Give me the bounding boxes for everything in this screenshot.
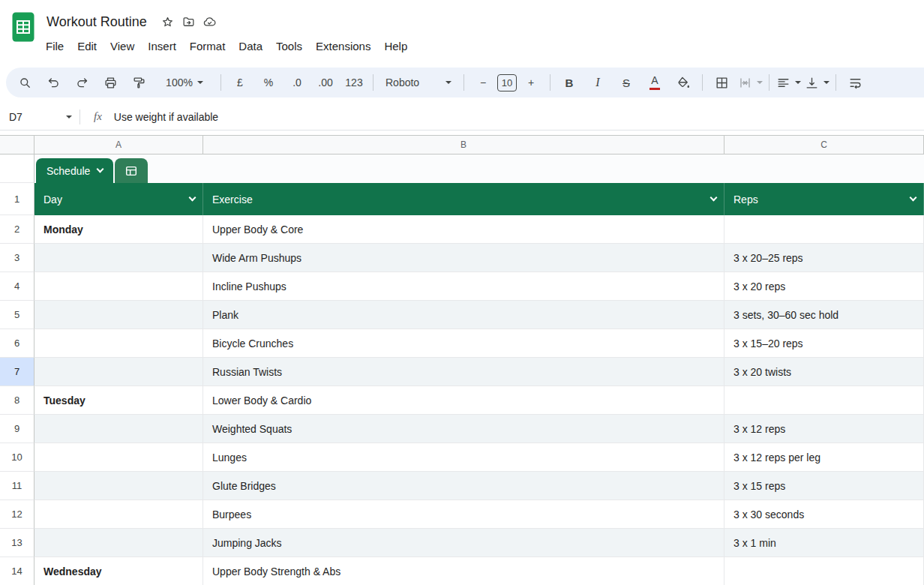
cell-day[interactable] (34, 500, 203, 529)
currency-format-button[interactable]: £ (226, 70, 254, 95)
row-number[interactable]: 3 (0, 244, 34, 272)
cell-reps[interactable]: 3 x 20 reps (724, 272, 924, 301)
formula-input[interactable]: Use weight if available (114, 111, 218, 123)
column-header-a[interactable]: A (34, 136, 203, 154)
cell-reps[interactable]: 3 x 12 reps per leg (724, 443, 924, 472)
menu-file[interactable]: File (39, 38, 70, 55)
cell-exercise[interactable]: Russian Twists (203, 358, 724, 386)
cell-exercise[interactable]: Lunges (203, 443, 724, 472)
cell-exercise[interactable]: Wide Arm Pushups (203, 244, 724, 272)
decrease-font-size-button[interactable]: − (469, 70, 497, 95)
cell-exercise[interactable]: Plank (203, 301, 724, 329)
select-all-corner[interactable] (0, 136, 34, 154)
italic-button[interactable]: I (584, 70, 612, 95)
undo-button[interactable] (39, 70, 68, 95)
row-number-empty[interactable] (0, 154, 34, 183)
menu-edit[interactable]: Edit (70, 38, 104, 55)
header-cell-day[interactable]: Day (34, 183, 203, 215)
row-number[interactable]: 9 (0, 415, 34, 443)
menu-tools[interactable]: Tools (269, 38, 309, 55)
cell-reps[interactable] (724, 386, 924, 415)
header-cell-exercise[interactable]: Exercise (203, 183, 724, 215)
column-header-b[interactable]: B (203, 136, 724, 154)
percent-format-button[interactable]: % (254, 70, 283, 95)
cell-exercise[interactable]: Lower Body & Cardio (203, 386, 724, 415)
cell-day[interactable] (34, 529, 203, 557)
cell-day[interactable]: Monday (34, 215, 203, 244)
menu-view[interactable]: View (104, 38, 141, 55)
row-number[interactable]: 1 (0, 183, 34, 215)
search-menus-button[interactable] (10, 70, 39, 95)
row-number[interactable]: 13 (0, 529, 34, 557)
row-number[interactable]: 5 (0, 301, 34, 329)
column-header-c[interactable]: C (724, 136, 924, 154)
decrease-decimals-button[interactable]: .0 (283, 70, 311, 95)
cell-day[interactable] (34, 272, 203, 301)
cell-day[interactable] (34, 472, 203, 500)
paint-format-button[interactable] (124, 70, 153, 95)
table-options-button[interactable] (115, 158, 148, 183)
cell-day[interactable] (34, 329, 203, 358)
cell-reps[interactable]: 3 x 15 reps (724, 472, 924, 500)
cell-exercise[interactable]: Bicycle Crunches (203, 329, 724, 358)
cell-reps[interactable]: 3 x 20–25 reps (724, 244, 924, 272)
cell-reps[interactable] (724, 215, 924, 244)
cell-reps[interactable]: 3 x 30 seconds (724, 500, 924, 529)
borders-button[interactable] (707, 70, 736, 95)
cell-day[interactable] (34, 301, 203, 329)
cell-reps[interactable]: 3 x 1 min (724, 529, 924, 557)
text-wrapping-button[interactable] (841, 70, 869, 95)
increase-font-size-button[interactable]: + (517, 70, 545, 95)
cell-reps[interactable]: 3 x 15–20 reps (724, 329, 924, 358)
row-number[interactable]: 4 (0, 272, 34, 301)
move-to-folder-button[interactable] (178, 11, 200, 32)
strikethrough-button[interactable]: S (612, 70, 640, 95)
zoom-select[interactable]: 100% (153, 70, 216, 95)
cell-exercise[interactable]: Burpees (203, 500, 724, 529)
fill-color-button[interactable] (669, 70, 698, 95)
row-number[interactable]: 11 (0, 472, 34, 500)
row-number[interactable]: 8 (0, 386, 34, 415)
row-number[interactable]: 14 (0, 557, 34, 585)
menu-data[interactable]: Data (232, 38, 269, 55)
increase-decimals-button[interactable]: .00 (311, 70, 340, 95)
table-name-chip[interactable]: Schedule (36, 158, 113, 183)
row-number[interactable]: 12 (0, 500, 34, 529)
cell-reps[interactable]: 3 sets, 30–60 sec hold (724, 301, 924, 329)
cell-reps[interactable]: 3 x 12 reps (724, 415, 924, 443)
cell-reps[interactable]: 3 x 20 twists (724, 358, 924, 386)
cell-exercise[interactable]: Upper Body & Core (203, 215, 724, 244)
merge-cells-button[interactable] (736, 70, 764, 95)
cell-day[interactable]: Tuesday (34, 386, 203, 415)
sheets-logo-icon[interactable] (12, 12, 34, 42)
document-title[interactable]: Workout Routine (44, 14, 150, 31)
cell-day[interactable]: Wednesday (34, 557, 203, 585)
menu-insert[interactable]: Insert (141, 38, 183, 55)
menu-extensions[interactable]: Extensions (309, 38, 377, 55)
row-number-selected[interactable]: 7 (0, 358, 34, 386)
print-button[interactable] (96, 70, 124, 95)
vertical-align-button[interactable] (802, 70, 831, 95)
horizontal-align-button[interactable] (774, 70, 802, 95)
more-formats-button[interactable]: 123 (340, 70, 368, 95)
cell-exercise[interactable]: Weighted Squats (203, 415, 724, 443)
row-number[interactable]: 10 (0, 443, 34, 472)
font-family-select[interactable]: Roboto (378, 70, 459, 95)
star-button[interactable] (158, 11, 178, 32)
row-number[interactable]: 6 (0, 329, 34, 358)
menu-help[interactable]: Help (377, 38, 414, 55)
cell-exercise[interactable]: Jumping Jacks (203, 529, 724, 557)
document-status-button[interactable] (200, 11, 220, 32)
cell-exercise[interactable]: Glute Bridges (203, 472, 724, 500)
font-size-input[interactable]: 10 (497, 74, 517, 92)
cell-day[interactable] (34, 443, 203, 472)
cell-exercise[interactable]: Incline Pushups (203, 272, 724, 301)
name-box[interactable]: D7 (0, 111, 80, 123)
cell-day[interactable] (34, 244, 203, 272)
cell-day[interactable] (34, 415, 203, 443)
redo-button[interactable] (68, 70, 96, 95)
cell-day[interactable] (34, 358, 203, 386)
text-color-button[interactable]: A (640, 70, 669, 95)
row-number[interactable]: 2 (0, 215, 34, 244)
menu-format[interactable]: Format (183, 38, 232, 55)
